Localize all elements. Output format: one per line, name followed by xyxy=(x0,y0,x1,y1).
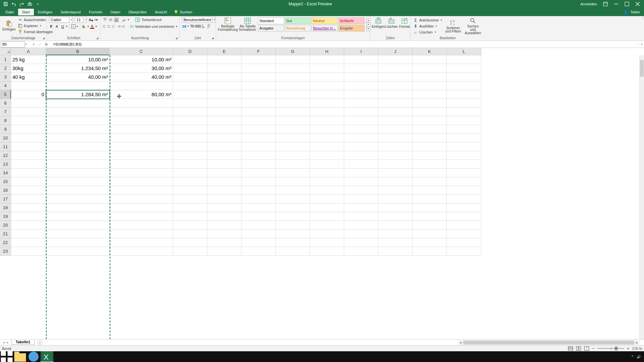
cell[interactable] xyxy=(378,203,413,212)
row-header[interactable]: 2 xyxy=(0,64,11,73)
cell[interactable] xyxy=(344,160,378,169)
increase-indent-icon[interactable] xyxy=(122,24,125,29)
cell[interactable] xyxy=(344,55,378,64)
cell[interactable] xyxy=(344,186,378,195)
cell[interactable] xyxy=(110,247,173,256)
zoom-level[interactable]: 170 % xyxy=(632,347,642,351)
cell[interactable] xyxy=(447,64,481,73)
cell[interactable] xyxy=(11,134,46,142)
style-berechnung[interactable]: Berechnung xyxy=(285,25,311,32)
cell[interactable] xyxy=(173,221,207,230)
normal-view-icon[interactable] xyxy=(568,346,573,351)
cell[interactable] xyxy=(413,90,447,99)
cell[interactable] xyxy=(413,186,447,195)
cell[interactable] xyxy=(110,134,173,142)
cell[interactable] xyxy=(46,195,110,203)
cell[interactable] xyxy=(173,73,207,81)
decrease-font-icon[interactable]: A▾ xyxy=(94,17,98,22)
cell[interactable] xyxy=(344,64,378,73)
cell[interactable] xyxy=(378,134,413,142)
cell[interactable] xyxy=(378,151,413,160)
row-header[interactable]: 22 xyxy=(0,238,11,247)
cell[interactable] xyxy=(447,142,481,151)
row-header[interactable]: 4 xyxy=(0,81,11,90)
cell[interactable] xyxy=(173,142,207,151)
cell[interactable]: 10,00 m³ xyxy=(110,55,173,64)
cell[interactable] xyxy=(310,195,344,203)
cell[interactable] xyxy=(11,203,46,212)
cell[interactable] xyxy=(173,99,207,108)
sheet-nav-last-icon[interactable]: ► xyxy=(6,341,9,344)
row-header[interactable]: 5 xyxy=(0,90,11,99)
row-header[interactable]: 1 xyxy=(0,55,11,64)
cell[interactable] xyxy=(310,55,344,64)
cell[interactable] xyxy=(310,142,344,151)
cell[interactable] xyxy=(276,212,310,221)
cell[interactable] xyxy=(413,151,447,160)
cell[interactable] xyxy=(173,55,207,64)
cell[interactable] xyxy=(207,134,241,142)
row-header[interactable]: 15 xyxy=(0,177,11,186)
col-header[interactable]: G xyxy=(276,48,310,55)
cell[interactable] xyxy=(413,195,447,203)
cell[interactable] xyxy=(276,195,310,203)
cell[interactable] xyxy=(11,212,46,221)
cell[interactable] xyxy=(207,186,241,195)
wrap-text-button[interactable]: Textumbruch xyxy=(141,17,162,22)
cell[interactable] xyxy=(413,169,447,177)
cell[interactable] xyxy=(241,195,276,203)
alignment-launcher-icon[interactable]: ◢ xyxy=(175,37,179,40)
cell[interactable] xyxy=(447,151,481,160)
file-explorer-icon[interactable] xyxy=(13,351,27,362)
col-header[interactable]: B xyxy=(46,48,110,55)
cell[interactable] xyxy=(207,169,241,177)
row-header[interactable]: 21 xyxy=(0,230,11,238)
cell[interactable] xyxy=(447,134,481,142)
minimize-icon[interactable] xyxy=(614,2,619,6)
row-header[interactable]: 3 xyxy=(0,73,11,81)
cell[interactable] xyxy=(344,134,378,142)
cell[interactable] xyxy=(241,203,276,212)
cell[interactable] xyxy=(276,64,310,73)
cell[interactable]: 25 kg xyxy=(11,55,46,64)
cell[interactable] xyxy=(378,177,413,186)
cell[interactable] xyxy=(310,177,344,186)
cell[interactable] xyxy=(241,99,276,108)
cell[interactable] xyxy=(276,142,310,151)
cell[interactable] xyxy=(46,212,110,221)
cell[interactable] xyxy=(173,108,207,116)
row-header[interactable]: 11 xyxy=(0,142,11,151)
font-launcher-icon[interactable]: ◢ xyxy=(96,37,100,40)
align-center-icon[interactable] xyxy=(107,24,110,29)
cell[interactable] xyxy=(310,160,344,169)
cell[interactable] xyxy=(276,125,310,134)
cell[interactable] xyxy=(378,108,413,116)
style-neutral[interactable]: Neutral xyxy=(312,17,338,24)
formula-input[interactable]: =SUMME(B1:B3) xyxy=(51,42,639,46)
start-button[interactable] xyxy=(0,351,13,362)
cell[interactable] xyxy=(413,73,447,81)
share-button[interactable]: Teilen xyxy=(630,10,640,14)
style-ausgabe[interactable]: Ausgabe xyxy=(258,25,284,32)
dropdown-icon[interactable]: ▾ xyxy=(214,17,215,23)
cell[interactable] xyxy=(276,90,310,99)
cell[interactable] xyxy=(276,160,310,169)
cell[interactable] xyxy=(378,116,413,125)
cell[interactable] xyxy=(46,81,110,90)
row-header[interactable]: 7 xyxy=(0,108,11,116)
dropdown-icon[interactable]: ▾ xyxy=(70,17,73,23)
row-header[interactable]: 9 xyxy=(0,125,11,134)
format-as-table-button[interactable]: Als Tabelle formatieren xyxy=(238,17,257,32)
cell[interactable] xyxy=(276,151,310,160)
cell[interactable] xyxy=(46,186,110,195)
cell[interactable] xyxy=(310,116,344,125)
cell[interactable] xyxy=(207,230,241,238)
row-header[interactable]: 14 xyxy=(0,169,11,177)
cell[interactable] xyxy=(46,230,110,238)
cell[interactable] xyxy=(447,160,481,169)
cell[interactable] xyxy=(207,81,241,90)
clear-button[interactable]: Löschen▾ xyxy=(413,29,443,35)
cell[interactable] xyxy=(173,134,207,142)
increase-font-icon[interactable]: A▴ xyxy=(89,17,93,22)
increase-decimal-icon[interactable]: ,0,00 xyxy=(201,24,206,28)
